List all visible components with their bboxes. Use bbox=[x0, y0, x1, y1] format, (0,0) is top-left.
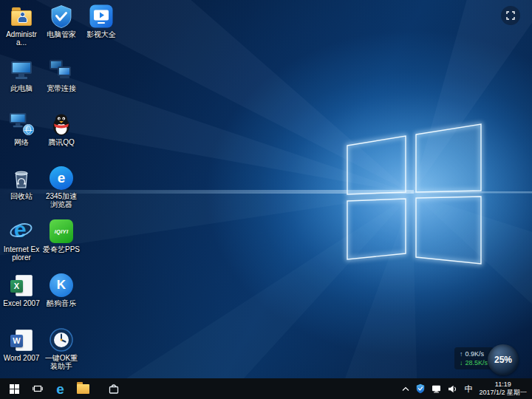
desktop-icon-pc-manager[interactable]: 电脑管家 bbox=[42, 4, 81, 55]
taskbar: e bbox=[0, 378, 532, 399]
icon-label: 电脑管家 bbox=[42, 30, 81, 38]
icon-label: 一键OK重装助手 bbox=[42, 354, 81, 370]
tray-time: 11:19 bbox=[479, 381, 527, 389]
taskbar-file-explorer-button[interactable] bbox=[72, 378, 95, 399]
word-document-icon: W bbox=[9, 327, 34, 352]
icon-label: 网络 bbox=[2, 138, 41, 146]
computer-monitor-icon bbox=[9, 58, 34, 83]
taskbar-left: e bbox=[0, 378, 125, 399]
network-globe-icon bbox=[9, 112, 34, 137]
tray-clock[interactable]: 11:19 2017/1/2 星期一 bbox=[479, 381, 527, 397]
task-view-icon bbox=[33, 383, 43, 394]
desktop-icon-broadband[interactable]: 宽带连接 bbox=[42, 58, 81, 109]
desktop-icon-administrator[interactable]: Administra... bbox=[2, 4, 41, 55]
desktop-icon-internet-explorer[interactable]: e Internet Explorer bbox=[2, 219, 41, 270]
kugou-k-icon: K bbox=[49, 273, 74, 298]
icon-label: 此电脑 bbox=[2, 84, 41, 92]
iqiyi-icon: iQIYI bbox=[49, 219, 74, 244]
icon-label: Administra... bbox=[2, 30, 41, 47]
browser-e-icon: e bbox=[49, 166, 74, 191]
penguin-icon bbox=[49, 112, 74, 137]
desktop-icon-this-pc[interactable]: 此电脑 bbox=[2, 58, 41, 109]
desktop-icon-recycle-bin[interactable]: 回收站 bbox=[2, 166, 41, 217]
icon-label: 回收站 bbox=[2, 192, 41, 200]
fullscreen-corners-icon bbox=[506, 11, 515, 20]
recycle-bin-icon bbox=[9, 166, 34, 191]
upload-speed: ↑0.9K/s bbox=[460, 349, 488, 358]
icon-label: 腾讯QQ bbox=[42, 138, 81, 146]
tray-security-shield-icon[interactable] bbox=[416, 383, 425, 394]
desktop-icon-iqiyi[interactable]: iQIYI 爱奇艺PPS bbox=[42, 219, 81, 270]
tray-date: 2017/1/2 星期一 bbox=[479, 389, 527, 397]
icon-label: 影视大全 bbox=[82, 30, 120, 38]
windows-logo-icon bbox=[10, 384, 19, 394]
download-speed: ↓28.5K/s bbox=[460, 358, 488, 367]
tray-volume-icon[interactable] bbox=[448, 385, 457, 393]
shield-icon bbox=[49, 4, 74, 29]
clock-icon bbox=[49, 327, 74, 352]
icon-label: 宽带连接 bbox=[42, 84, 81, 92]
desktop-icon-onekey-ok[interactable]: 一键OK重装助手 bbox=[42, 327, 81, 378]
tray-chevron-up-icon[interactable] bbox=[402, 386, 409, 392]
edge-browser-icon: e bbox=[56, 382, 64, 396]
memory-usage-ball[interactable]: 25% bbox=[488, 344, 519, 375]
dual-monitor-icon bbox=[49, 58, 74, 83]
desktop-icon-word-2007[interactable]: W Word 2007 bbox=[2, 327, 41, 378]
icon-label: 2345加速浏览器 bbox=[42, 192, 81, 208]
up-arrow-icon: ↑ bbox=[460, 350, 463, 358]
start-button[interactable] bbox=[3, 378, 26, 399]
desktop-icon-network[interactable]: 网络 bbox=[2, 112, 41, 163]
tray-network-icon[interactable] bbox=[432, 385, 441, 393]
windows-desktop-screen: Administra... 此电脑 网络 bbox=[0, 0, 532, 399]
down-arrow-icon: ↓ bbox=[460, 359, 463, 366]
desktop-icon-qq[interactable]: 腾讯QQ bbox=[42, 112, 81, 163]
taskbar-edge-button[interactable]: e bbox=[49, 378, 72, 399]
user-folder-icon bbox=[9, 4, 34, 29]
excel-document-icon: X bbox=[9, 273, 34, 298]
tv-play-icon bbox=[89, 4, 114, 29]
icon-label: Word 2007 bbox=[2, 354, 41, 362]
desktop-icon-2345-browser[interactable]: e 2345加速浏览器 bbox=[42, 166, 81, 217]
task-view-button[interactable] bbox=[26, 378, 49, 399]
icon-label: 酷狗音乐 bbox=[42, 299, 81, 307]
icon-label: Excel 2007 bbox=[2, 299, 41, 307]
folder-icon bbox=[77, 384, 89, 394]
desktop-icon-excel-2007[interactable]: X Excel 2007 bbox=[2, 273, 41, 324]
tray-ime-indicator[interactable]: 中 bbox=[464, 383, 472, 395]
icon-label: Internet Explorer bbox=[2, 245, 41, 262]
desktop[interactable]: Administra... 此电脑 网络 bbox=[0, 0, 532, 378]
desktop-icon-video-collection[interactable]: 影视大全 bbox=[82, 4, 120, 55]
fullscreen-button[interactable] bbox=[501, 6, 520, 25]
system-tray: 中 11:19 2017/1/2 星期一 bbox=[402, 378, 532, 399]
taskbar-store-button[interactable] bbox=[102, 378, 125, 399]
desktop-icon-kugou[interactable]: K 酷狗音乐 bbox=[42, 273, 81, 324]
store-bag-icon bbox=[108, 383, 120, 395]
internet-explorer-icon: e bbox=[9, 219, 34, 244]
icon-label: 爱奇艺PPS bbox=[42, 245, 81, 253]
